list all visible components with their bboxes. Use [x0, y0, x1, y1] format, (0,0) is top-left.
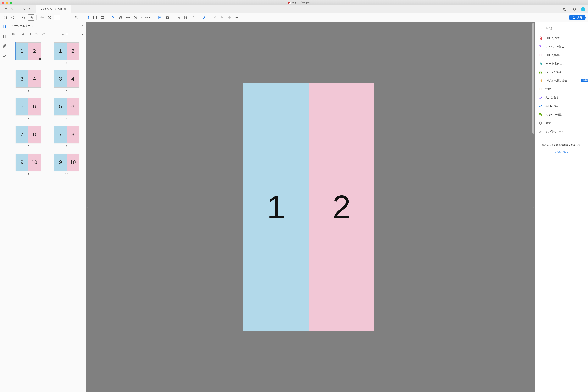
thumbnail-page[interactable]: 56	[16, 98, 41, 115]
add-note-icon[interactable]	[175, 14, 181, 21]
page-spread[interactable]: 1 2	[243, 83, 374, 331]
thumb-right: 2	[67, 43, 79, 60]
tool-adobesign[interactable]: Adobe Sign	[535, 102, 588, 110]
tool-search[interactable]	[538, 25, 585, 31]
window-minimize[interactable]	[6, 2, 8, 4]
extract-page-icon[interactable]	[27, 32, 32, 36]
thumb-options-icon[interactable]	[11, 32, 16, 36]
tool-more[interactable]: その他のツール	[535, 127, 588, 136]
chevron-down-icon: ▾	[149, 16, 150, 19]
vertical-scrollbar[interactable]	[532, 23, 534, 134]
move-icon[interactable]	[226, 14, 233, 21]
new-badge: 新機能	[581, 79, 588, 82]
thumbnail-page[interactable]: 910	[54, 154, 79, 171]
next-page-icon[interactable]	[46, 14, 53, 21]
overflow-icon[interactable]	[234, 14, 240, 21]
find-page-icon[interactable]	[182, 14, 189, 21]
window-maximize[interactable]	[10, 2, 12, 4]
tool-label: PDF を編集	[545, 54, 560, 57]
thumbnails-tab-icon[interactable]	[2, 24, 7, 29]
tool-search-input[interactable]	[540, 27, 583, 30]
thumbnail-number: 6	[66, 117, 67, 120]
thumbnail-number: 4	[66, 90, 67, 92]
tool-create[interactable]: PDF を作成	[535, 34, 588, 42]
thumb-right: 6	[28, 98, 41, 115]
thumbnail-header: ページサムネール ×	[9, 22, 86, 30]
thumbnail-page[interactable]: 12	[16, 42, 41, 60]
hand-tool-icon[interactable]	[118, 14, 124, 21]
thumbnail-page[interactable]: 78	[54, 126, 79, 143]
collapse-right-icon[interactable]: ▶	[532, 203, 535, 211]
print-icon[interactable]	[10, 14, 16, 21]
organize-icon	[538, 70, 543, 74]
thumbnail-page[interactable]: 12	[54, 42, 79, 60]
thumbnail-cell: 788	[51, 126, 82, 148]
thumbnail-scroll[interactable]: 121122343344565566787788910991010	[9, 38, 86, 392]
share-button[interactable]: 共有	[569, 15, 586, 20]
select-tool-icon[interactable]	[110, 14, 116, 21]
thumbnail-cell: 565	[13, 98, 44, 120]
svg-rect-23	[541, 71, 542, 72]
fit-width-icon[interactable]	[157, 14, 163, 21]
export-icon	[538, 62, 543, 66]
two-page-icon[interactable]	[92, 14, 98, 21]
crop-icon[interactable]	[212, 14, 218, 21]
window-close[interactable]	[2, 2, 4, 4]
presentation-icon[interactable]	[99, 14, 105, 21]
read-aloud-icon[interactable]	[164, 14, 170, 21]
zoom-dropdown[interactable]: 37.2%▾	[140, 16, 152, 19]
tab-close-icon[interactable]: ×	[64, 8, 66, 11]
tool-scan[interactable]: スキャン補正	[535, 110, 588, 119]
zoom-out-icon[interactable]	[21, 14, 27, 21]
tool-comment[interactable]: 注釈	[535, 85, 588, 93]
save-icon[interactable]	[2, 14, 9, 21]
thumbnail-page[interactable]: 78	[16, 126, 41, 143]
attachments-tab-icon[interactable]	[2, 43, 7, 48]
undo-icon[interactable]	[34, 32, 39, 36]
toolbar-separator	[82, 15, 82, 20]
help-icon[interactable]	[562, 6, 568, 12]
tool-organize[interactable]: ページを整理	[535, 68, 588, 76]
thumbnail-page[interactable]: 34	[16, 70, 41, 88]
thumbnail-page[interactable]: 56	[54, 98, 79, 115]
page-separator: /	[61, 16, 63, 19]
tab-tools[interactable]: ツール	[18, 6, 36, 13]
marquee-zoom-icon[interactable]	[74, 14, 80, 21]
bookmarks-tab-icon[interactable]	[2, 34, 7, 39]
edit-pdf-icon[interactable]	[201, 14, 207, 21]
tool-combine[interactable]: ファイルを結合	[535, 42, 588, 51]
thumb-left: 3	[16, 70, 28, 88]
zoom-minus-icon[interactable]	[125, 14, 131, 21]
tab-document[interactable]: バインダー8.pdf ×	[36, 6, 71, 13]
delete-page-icon[interactable]	[20, 32, 25, 36]
thumbnail-page[interactable]: 910	[16, 154, 41, 171]
thumbnail-page[interactable]: 34	[54, 70, 79, 88]
user-avatar[interactable]	[581, 7, 585, 12]
zoom-plus-icon[interactable]	[132, 14, 138, 21]
single-page-icon[interactable]	[85, 14, 91, 21]
bell-icon[interactable]	[571, 6, 577, 12]
prev-page-icon[interactable]	[39, 14, 45, 21]
snapshot-icon[interactable]	[28, 14, 34, 21]
rotate-icon[interactable]	[190, 14, 196, 21]
tool-export[interactable]: PDF を書き出し	[535, 60, 588, 68]
thumb-right: 10	[28, 154, 41, 171]
tool-label: レビュー用に送信	[545, 79, 567, 82]
tool-edit[interactable]: PDF を編集	[535, 51, 588, 60]
info-tab-icon[interactable]	[2, 53, 7, 58]
page-number-input[interactable]	[54, 15, 60, 20]
thumbnail-cell: 787	[13, 126, 44, 148]
cursor-icon[interactable]	[219, 14, 225, 21]
tool-label: スキャン補正	[545, 113, 561, 116]
scan-icon	[538, 112, 543, 117]
thumbnail-close-icon[interactable]: ×	[81, 24, 83, 28]
tool-fillsign[interactable]: 入力と署名	[535, 93, 588, 102]
comment-icon	[538, 87, 543, 91]
redo-icon[interactable]	[41, 32, 46, 36]
learn-more-link[interactable]: さらに詳しく	[535, 148, 588, 157]
tool-review[interactable]: レビュー用に送信新機能	[535, 76, 588, 85]
document-viewer[interactable]: ◀ 1 2 ▶	[86, 22, 535, 392]
tool-protect[interactable]: 保護	[535, 119, 588, 127]
thumb-size-slider[interactable]	[66, 34, 79, 34]
tab-home[interactable]: ホーム	[0, 6, 18, 13]
